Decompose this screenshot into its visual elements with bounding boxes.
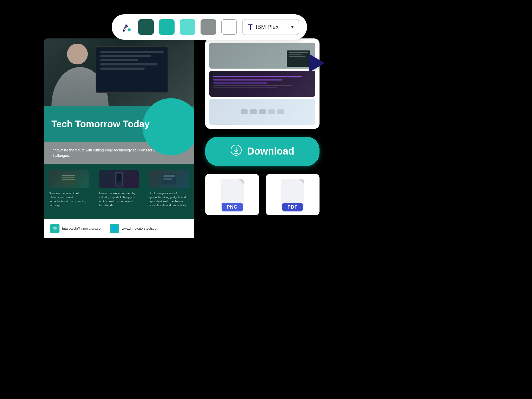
slide-thumb-1[interactable] [209,43,315,69]
font-selector[interactable]: T IBM Plex ▾ [242,19,299,35]
email-text: futuretech@innovators.com [62,227,103,230]
download-icon [230,144,242,158]
contact-website: 🌐 www.innovatorstech.com [110,224,159,233]
feature-text-2: Interactive workshops led by industry ex… [99,191,139,208]
right-panel: Download PNG PDF [205,38,320,215]
color-font-toolbar: T IBM Plex ▾ [112,14,307,40]
flyer-photo-area [44,38,194,106]
email-icon: ✉ [50,224,59,233]
play-cursor-icon [309,54,325,72]
color-swatch-light-teal[interactable] [180,19,195,35]
flyer-banner: Tech Tomorrow Today [44,106,194,142]
feature-col-3: Exclusive previews of groundbreaking gad… [149,170,189,208]
contact-email: ✉ futuretech@innovators.com [50,224,103,233]
file-types: PNG PDF [205,174,320,215]
feature-thumb-3 [149,170,189,188]
download-button[interactable]: Download [205,137,320,166]
pdf-badge: PDF [282,203,303,211]
feature-divider-2 [144,170,144,208]
flyer-title: Tech Tomorrow Today [51,119,150,129]
chevron-down-icon: ▾ [291,24,294,30]
font-name-label: IBM Plex [256,24,278,30]
flyer-content: Discover the latest in AI, robotics, and… [44,164,194,219]
feature-thumb-2 [99,170,139,188]
feature-text-3: Exclusive previews of groundbreaking gad… [149,191,189,208]
slide-thumb-3[interactable] [209,99,315,125]
flyer-features: Discover the latest in AI, robotics, and… [49,170,189,208]
website-text: www.innovatorstech.com [122,227,159,230]
color-swatch-dark-teal[interactable] [138,19,154,35]
globe-icon: 🌐 [110,224,119,233]
svg-point-0 [128,28,131,31]
file-card-png[interactable]: PNG [205,174,259,215]
color-swatch-teal[interactable] [159,19,175,35]
download-label: Download [247,146,294,157]
feature-col-2: Interactive workshops led by industry ex… [99,170,139,208]
flyer-footer: ✉ futuretech@innovators.com 🌐 www.innova… [44,219,194,238]
feature-divider-1 [94,170,94,208]
feature-text-1: Discover the latest in AI, robotics, and… [49,191,89,208]
paint-bucket-icon[interactable] [119,20,133,34]
png-badge: PNG [222,203,243,211]
feature-thumb-1 [49,170,89,188]
color-swatch-gray[interactable] [201,19,216,35]
slides-preview [205,38,320,129]
color-swatch-white[interactable] [221,19,237,35]
feature-col-1: Discover the latest in AI, robotics, and… [49,170,89,208]
font-t-icon: T [248,23,252,31]
slide-thumb-2[interactable] [209,71,315,97]
file-card-pdf[interactable]: PDF [266,174,320,215]
flyer-preview: Tech Tomorrow Today Innovating the futur… [44,38,194,251]
